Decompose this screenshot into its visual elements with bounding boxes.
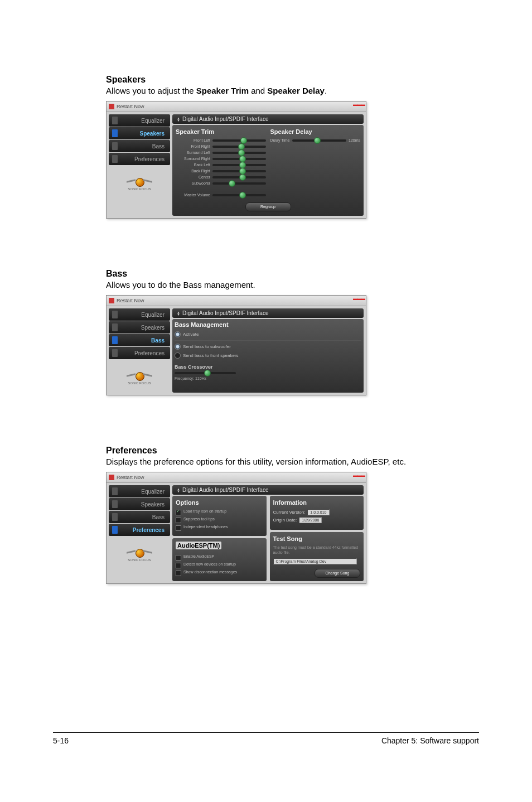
source-dropdown[interactable]: ▲▼ Digital Audio Input/SPDIF Interface	[172, 308, 364, 318]
slider-center[interactable]: Center	[176, 175, 266, 179]
sidebar-item-label: Preferences	[120, 156, 165, 162]
brand-logo: SONIC FOCUS	[109, 546, 170, 562]
slider-surround-right[interactable]: Surround Right	[176, 157, 266, 161]
slider-label: Back Right	[176, 169, 212, 173]
section-heading-speakers: Speakers	[106, 75, 479, 85]
slider-front-right[interactable]: Front Right	[176, 144, 266, 148]
slider-delay[interactable]: Delay Time 120ms	[270, 138, 361, 142]
slider-label: Surround Left	[176, 151, 212, 154]
slider-back-right[interactable]: Back Right	[176, 169, 266, 173]
sidebar-item-speakers[interactable]: Speakers	[109, 127, 170, 139]
sidebar-item-label: Speakers	[120, 501, 165, 508]
sidebar-item-bass[interactable]: Bass	[109, 334, 170, 346]
checkbox-label: Activate	[183, 332, 199, 337]
change-song-button[interactable]: Change Song	[315, 569, 360, 578]
checkbox-suppress-tips[interactable]: Suppress tool tips	[176, 517, 263, 523]
slider-subwoofer[interactable]: Subwoofer	[176, 181, 266, 185]
chapter-label: Chapter 5: Software support	[381, 736, 479, 745]
pane-title-options: Options	[176, 499, 263, 506]
brand-text: SONIC FOCUS	[128, 187, 151, 191]
sidebar-item-bass[interactable]: Bass	[109, 140, 170, 152]
sidebar: Equalizer Speakers Bass Preferences SONI…	[109, 485, 170, 581]
slider-label: Subwoofer	[176, 181, 212, 185]
sidebar-item-label: Speakers	[120, 131, 165, 137]
window-title: Restart Now	[117, 475, 144, 480]
app-icon	[109, 298, 114, 303]
slider-front-left[interactable]: Front Left	[176, 138, 266, 142]
crossover-freq: Frequency: 110Hz	[175, 376, 361, 380]
checkbox-enable-esp[interactable]: Enable AudioESP	[176, 554, 263, 561]
slider-label: Master Volume	[176, 193, 212, 197]
close-button[interactable]: ▬▬▬	[353, 296, 365, 301]
sidebar-item-equalizer[interactable]: Equalizer	[109, 308, 170, 321]
window-bass: Restart Now ▬▬▬ Equalizer Speakers Bass …	[106, 295, 366, 395]
text: and	[249, 86, 267, 95]
sidebar-item-label: Bass	[120, 337, 165, 344]
radio-send-subwoofer[interactable]: Send bass to subwoofer	[175, 344, 361, 350]
checkbox-label: Load tray icon on startup	[183, 509, 226, 513]
test-song-panel: Test Song The test song must be a standa…	[270, 532, 364, 581]
titlebar[interactable]: Restart Now ▬▬▬	[107, 472, 366, 483]
radio-send-front[interactable]: Send bass to front speakers	[175, 352, 361, 359]
checkbox-label: Independent headphones	[183, 525, 228, 529]
pane-title-bass: Bass Management	[175, 321, 361, 328]
sidebar-item-preferences[interactable]: Preferences	[109, 153, 170, 165]
pane-title-info: Information	[273, 499, 361, 506]
radio-label: Send bass to front speakers	[183, 353, 239, 358]
test-path-field[interactable]: C:\Program Files\Analog Dev	[273, 558, 357, 564]
sidebar-item-label: Equalizer	[120, 118, 165, 124]
slider-master-volume[interactable]: Master Volume	[176, 193, 266, 197]
close-button[interactable]: ▬▬▬	[353, 102, 365, 107]
sidebar-item-label: Bass	[120, 514, 165, 520]
information-panel: Information Current Version:1.0.0.010 Or…	[270, 496, 364, 530]
checkbox-activate[interactable]: Activate	[175, 331, 361, 337]
dropdown-label: Digital Audio Input/SPDIF Interface	[182, 310, 269, 316]
version-label: Current Version:	[273, 510, 306, 515]
slider-crossover[interactable]	[175, 372, 236, 374]
sidebar-item-label: Preferences	[120, 527, 165, 533]
sidebar-item-preferences[interactable]: Preferences	[109, 524, 170, 536]
sidebar: Equalizer Speakers Bass Preferences SONI…	[109, 114, 170, 216]
delay-value: 120ms	[349, 138, 360, 142]
sidebar-item-speakers[interactable]: Speakers	[109, 321, 170, 334]
slider-label: Delay Time	[270, 138, 290, 142]
source-dropdown[interactable]: ▲▼ Digital Audio Input/SPDIF Interface	[172, 114, 364, 124]
sidebar-item-speakers[interactable]: Speakers	[109, 498, 170, 510]
checkbox-tray-icon[interactable]: Load tray icon on startup	[176, 509, 263, 515]
audioesp-panel: AudioESP(TM) Enable AudioESP Detect new …	[172, 538, 267, 581]
sidebar-item-label: Speakers	[120, 325, 165, 331]
titlebar[interactable]: Restart Now ▬▬▬	[107, 296, 366, 306]
checkbox-detect-devices[interactable]: Detect new devices on startup	[176, 562, 263, 568]
crossover-heading: Bass Crossover	[175, 364, 361, 370]
regroup-button[interactable]: Regroup	[245, 202, 291, 211]
brand-text: SONIC FOCUS	[128, 558, 151, 562]
brand-logo: SONIC FOCUS	[109, 175, 170, 191]
close-button[interactable]: ▬▬▬	[353, 473, 365, 478]
slider-surround-left[interactable]: Surround Left	[176, 151, 266, 154]
source-dropdown[interactable]: ▲▼ Digital Audio Input/SPDIF Interface	[172, 485, 364, 495]
sidebar-item-equalizer[interactable]: Equalizer	[109, 114, 170, 127]
slider-label: Front Left	[176, 138, 212, 142]
checkbox-label: Detect new devices on startup	[183, 562, 236, 566]
page-footer: 5-16 Chapter 5: Software support	[53, 732, 479, 745]
pane-title-delay: Speaker Delay	[270, 128, 361, 135]
window-title: Restart Now	[117, 298, 144, 303]
checkbox-show-disconnection[interactable]: Show disconnection messages	[176, 570, 263, 576]
checkbox-label: Show disconnection messages	[183, 570, 237, 574]
window-speakers: Restart Now ▬▬▬ Equalizer Speakers Bass …	[106, 101, 366, 219]
sidebar: Equalizer Speakers Bass Preferences SONI…	[109, 308, 170, 393]
slider-back-left[interactable]: Back Left	[176, 163, 266, 167]
page-number: 5-16	[53, 736, 69, 745]
section-desc-speakers: Allows you to adjust the Speaker Trim an…	[106, 86, 479, 95]
sidebar-item-label: Equalizer	[120, 312, 165, 318]
brand-logo: SONIC FOCUS	[109, 369, 170, 385]
titlebar[interactable]: Restart Now ▬▬▬	[107, 102, 366, 112]
sidebar-item-label: Equalizer	[120, 489, 165, 495]
slider-label: Surround Right	[176, 157, 212, 161]
sidebar-item-bass[interactable]: Bass	[109, 511, 170, 523]
checkbox-independent-headphones[interactable]: Independent headphones	[176, 525, 263, 531]
sidebar-item-equalizer[interactable]: Equalizer	[109, 485, 170, 497]
sidebar-item-preferences[interactable]: Preferences	[109, 347, 170, 359]
dropdown-label: Digital Audio Input/SPDIF Interface	[182, 487, 269, 493]
slider-label: Back Left	[176, 163, 212, 167]
